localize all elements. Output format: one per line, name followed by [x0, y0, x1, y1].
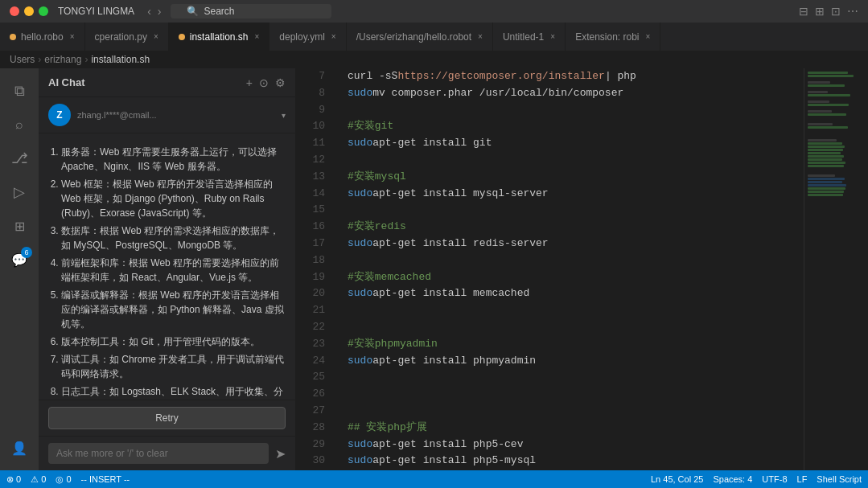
line-num: 19 — [296, 269, 331, 286]
main-area: ⧉ ⌕ ⎇ ▷ ⊞ 💬 6 👤 AI Chat + ⊙ ⚙ Z zhang.l*… — [0, 68, 868, 470]
run-icon[interactable]: ▷ — [3, 176, 35, 208]
chat-list: 服务器：Web 程序需要生服务器上运行，可以选择 Apache、Nginx、II… — [48, 145, 286, 400]
tab-close-icon[interactable]: × — [478, 32, 483, 41]
tab-label: Extension: robi — [575, 31, 639, 43]
breadcrumb-separator: › — [38, 54, 41, 65]
line-num: 28 — [296, 420, 331, 437]
breadcrumb-part[interactable]: erizhang — [44, 54, 81, 65]
warning-count[interactable]: ⚠ 0 — [31, 474, 46, 485]
tab-close-icon[interactable]: × — [70, 32, 75, 41]
retry-button[interactable]: Retry — [48, 407, 286, 429]
minimap — [804, 68, 868, 470]
tab-hello-robot2[interactable]: /Users/erizhang/hello.robot × — [347, 23, 493, 51]
breadcrumb-part[interactable]: Users — [10, 54, 35, 65]
send-icon[interactable]: ➤ — [275, 446, 286, 461]
maximize-button[interactable] — [39, 6, 48, 16]
tab-untitled[interactable]: Untitled-1 × — [493, 23, 566, 51]
code-line: sudo apt-get install redis-server — [348, 236, 804, 252]
line-numbers: 7 8 9 10 11 12 13 14 15 16 17 18 19 20 2… — [296, 68, 338, 470]
split-icon[interactable]: ⊞ — [815, 5, 825, 18]
encoding[interactable]: UTF-8 — [762, 474, 787, 484]
chat-history-icon[interactable]: ⊙ — [259, 76, 269, 89]
tab-modified-indicator — [10, 34, 16, 40]
code-line — [348, 403, 804, 420]
chat-input[interactable] — [48, 443, 269, 464]
ai-chat-icon[interactable]: 💬 6 — [3, 244, 35, 276]
minimize-button[interactable] — [24, 6, 34, 16]
ellipsis-icon[interactable]: ⋯ — [847, 5, 858, 18]
search-icon: 🔍 — [187, 6, 199, 17]
code-line: sudo apt-get install mysql-server — [348, 186, 804, 203]
error-count[interactable]: ⊗ 0 — [6, 474, 21, 485]
line-num: 14 — [296, 186, 331, 203]
user-info[interactable]: Z zhang.l****@cmail... ▾ — [39, 97, 295, 133]
tab-label: deploy.yml — [279, 31, 324, 43]
tab-close-icon[interactable]: × — [154, 32, 158, 41]
code-line — [348, 152, 804, 169]
tab-hello-robot[interactable]: hello.robo × — [0, 23, 85, 51]
line-num: 15 — [296, 202, 331, 219]
explorer-icon[interactable]: ⧉ — [3, 75, 35, 107]
line-num: 29 — [296, 437, 331, 453]
line-ending[interactable]: LF — [797, 474, 808, 484]
line-num: 8 — [296, 85, 331, 102]
titlebar-actions: ⊟ ⊞ ⊡ ⋯ — [799, 5, 858, 18]
cursor-position[interactable]: Ln 45, Col 25 — [651, 474, 703, 484]
close-button[interactable] — [10, 6, 19, 16]
chevron-down-icon: ▾ — [282, 111, 286, 120]
retry-area: Retry — [39, 400, 295, 436]
tab-extension[interactable]: Extension: robi × — [566, 23, 660, 51]
source-control-icon[interactable]: ⎇ — [3, 142, 35, 174]
tab-close-icon[interactable]: × — [550, 32, 555, 41]
tab-label: hello.robo — [21, 31, 64, 43]
search-placeholder: Search — [204, 6, 234, 17]
language-mode[interactable]: Shell Script — [817, 474, 862, 484]
list-item: 前端框架和库：根据 Web 程序的需要选择相应的前端框架和库，如 React、A… — [61, 256, 286, 285]
breadcrumb: Users › erizhang › installation.sh — [0, 51, 868, 68]
code-editor[interactable]: curl -sS https://getcomposer.org/install… — [338, 68, 804, 470]
code-line: sudo apt-get install git — [348, 135, 804, 152]
list-item: 日志工具：如 Logstash、ELK Stack、用于收集、分析和展示应用程序… — [61, 384, 286, 400]
code-line: #安装git — [348, 118, 804, 135]
line-num: 11 — [296, 135, 331, 152]
tab-label: installation.sh — [190, 31, 249, 43]
nav-back-button[interactable]: ‹ — [147, 5, 151, 18]
line-num: 12 — [296, 152, 331, 169]
extensions-icon[interactable]: ⊞ — [3, 210, 35, 242]
line-num: 27 — [296, 403, 331, 420]
tab-close-icon[interactable]: × — [646, 32, 651, 41]
chat-header: AI Chat + ⊙ ⚙ — [39, 68, 295, 97]
tab-label: cperation.py — [95, 31, 147, 43]
tab-cperation[interactable]: cperation.py × — [85, 23, 169, 51]
tab-close-icon[interactable]: × — [331, 32, 336, 41]
chat-add-icon[interactable]: + — [246, 76, 253, 89]
tab-installation[interactable]: installation.sh × — [169, 23, 270, 51]
user-icon[interactable]: 👤 — [3, 432, 35, 464]
indentation[interactable]: Spaces: 4 — [713, 474, 752, 484]
code-line: #安装memcached — [348, 269, 804, 286]
line-num: 7 — [296, 68, 331, 85]
tab-close-icon[interactable]: × — [255, 32, 260, 41]
editor-mode: -- INSERT -- — [81, 474, 130, 484]
line-num: 17 — [296, 236, 331, 252]
code-line: sudo apt-get install php5-mysql — [348, 453, 804, 470]
layout-icon[interactable]: ⊟ — [799, 5, 808, 18]
nav-forward-button[interactable]: › — [158, 5, 162, 18]
code-line — [348, 102, 804, 119]
code-line: sudo apt-get install phpmyadmin — [348, 353, 804, 370]
statusbar-left: ⊗ 0 ⚠ 0 ◎ 0 -- INSERT -- — [6, 474, 130, 485]
search-icon[interactable]: ⌕ — [3, 109, 35, 141]
user-email: zhang.l****@cmail... — [77, 110, 157, 120]
tab-bar: hello.robo × cperation.py × installation… — [0, 23, 868, 51]
chat-settings-icon[interactable]: ⚙ — [275, 76, 286, 89]
panel-icon[interactable]: ⊡ — [831, 5, 841, 18]
line-num: 13 — [296, 169, 331, 186]
info-count[interactable]: ◎ 0 — [56, 474, 71, 485]
search-bar[interactable]: 🔍 Search — [171, 4, 331, 18]
tab-deploy[interactable]: deploy.yml × — [269, 23, 346, 51]
titlebar: TONGYI LINGMA ‹ › 🔍 Search ⊟ ⊞ ⊡ ⋯ — [0, 0, 868, 23]
nav-arrows: ‹ › — [147, 5, 161, 18]
statusbar: ⊗ 0 ⚠ 0 ◎ 0 -- INSERT -- Ln 45, Col 25 S… — [0, 470, 868, 488]
list-item: Web 框架：根据 Web 程序的开发语言选择相应的 Web 框架，如 Djan… — [61, 177, 286, 220]
breadcrumb-separator: › — [84, 54, 88, 65]
